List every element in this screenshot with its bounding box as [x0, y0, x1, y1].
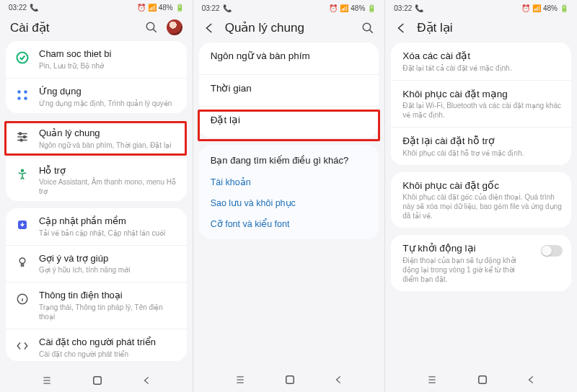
svg-point-6	[24, 97, 27, 100]
link-backup[interactable]: Sao lưu và khôi phục	[199, 192, 379, 213]
svg-point-15	[19, 258, 25, 264]
row-developer[interactable]: Cài đặt cho người phát triểnCài đặt cho …	[6, 329, 187, 361]
status-bar: 03:22📞 ⏰📶48%🔋	[0, 0, 193, 15]
row-apps[interactable]: Ứng dụngỨng dụng mặc định, Trình quản lý…	[6, 78, 187, 113]
svg-point-4	[24, 90, 27, 94]
svg-point-3	[17, 90, 21, 94]
card-options: Ngôn ngữ và bàn phím Thời gian Đặt lại	[199, 43, 379, 138]
link-font[interactable]: Cỡ font và kiểu font	[199, 213, 379, 239]
card-device: Cham soc thiet biPin, Lưu trữ, Bộ nhớ Ứn…	[6, 41, 187, 112]
card-system: Cập nhật phần mềmTải về bản cập nhật, Cậ…	[6, 208, 187, 361]
svg-rect-28	[286, 376, 294, 384]
info-icon	[14, 291, 30, 307]
nav-bar	[193, 368, 385, 392]
row-language[interactable]: Ngôn ngữ và bàn phím	[199, 43, 379, 74]
card-factory: Khôi phục cài đặt gốcKhôi phục cài đặt g…	[391, 172, 571, 228]
header: Quản lý chung	[193, 16, 385, 43]
auto-restart-toggle[interactable]	[541, 245, 563, 257]
svg-point-0	[146, 23, 154, 31]
svg-rect-32	[479, 376, 487, 384]
nav-recents[interactable]	[234, 375, 247, 385]
row-reset[interactable]: Đặt lại	[199, 106, 379, 138]
care-icon	[14, 50, 30, 66]
svg-point-23	[364, 23, 371, 31]
row-tips[interactable]: Gợi ý và trợ giúpGợi ý hữu ích, tính năn…	[6, 245, 187, 282]
row-auto-restart[interactable]: Tự khởi động lạiĐiện thoại của bạn sẽ tự…	[391, 235, 571, 291]
nav-recents[interactable]	[40, 375, 53, 386]
looking-for-label: Bạn đang tìm kiếm điều gì khác?	[199, 145, 379, 172]
card-reset-options: Xóa các cài đặtĐặt lại tất cả cài đặt về…	[391, 43, 571, 165]
page-title: Đặt lại	[417, 20, 567, 35]
row-factory-reset[interactable]: Khôi phục cài đặt gốcKhôi phục cài đặt g…	[391, 172, 571, 228]
avatar[interactable]	[167, 19, 182, 35]
nav-recents[interactable]	[426, 375, 439, 385]
row-time[interactable]: Thời gian	[199, 74, 379, 106]
sliders-icon	[14, 129, 30, 145]
card-general: Quản lý chungNgôn ngữ và bàn phím, Thời …	[6, 120, 187, 201]
screen-general-management: 03:22📞 ⏰📶48%🔋 Quản lý chung Ngôn ngữ và …	[193, 0, 385, 392]
search-icon[interactable]	[361, 22, 374, 35]
status-battery: 48%	[159, 4, 173, 12]
page-title: Quản lý chung	[225, 20, 353, 35]
apps-icon	[14, 87, 30, 103]
row-general-management[interactable]: Quản lý chungNgôn ngữ và bàn phím, Thời …	[6, 120, 187, 157]
svg-line-24	[370, 30, 373, 32]
svg-line-1	[153, 30, 156, 32]
svg-point-8	[19, 133, 22, 135]
header: Cài đặt	[0, 15, 193, 43]
status-bar: 03:22📞 ⏰📶48%🔋	[193, 0, 385, 16]
card-more: Bạn đang tìm kiếm điều gì khác? Tài khoả…	[199, 145, 379, 239]
card-autorestart: Tự khởi động lạiĐiện thoại của bạn sẽ tự…	[391, 235, 571, 291]
tips-icon	[14, 254, 30, 270]
nav-back[interactable]	[527, 373, 537, 386]
nav-home[interactable]	[476, 373, 489, 386]
nav-bar	[385, 368, 577, 392]
nav-home[interactable]	[283, 373, 296, 386]
page-title: Cài đặt	[10, 20, 136, 35]
row-accessibility[interactable]: Hỗ trợVoice Assistant, Âm thanh mono, me…	[6, 157, 187, 201]
update-icon	[14, 217, 30, 233]
code-icon	[14, 338, 30, 354]
nav-bar	[0, 368, 193, 392]
back-icon[interactable]	[395, 22, 408, 35]
svg-rect-22	[94, 376, 102, 384]
status-time: 03:22	[9, 4, 27, 12]
row-delete-settings[interactable]: Xóa các cài đặtĐặt lại tất cả cài đặt về…	[391, 43, 571, 80]
row-device-care[interactable]: Cham soc thiet biPin, Lưu trữ, Bộ nhớ	[6, 41, 187, 78]
link-accounts[interactable]: Tài khoản	[199, 172, 379, 192]
svg-point-13	[22, 169, 24, 172]
nav-home[interactable]	[91, 374, 104, 387]
accessibility-icon	[14, 166, 30, 182]
svg-point-10	[24, 135, 26, 138]
screen-settings: 03:22📞 ⏰📶48%🔋 Cài đặt Cham soc thiet biP…	[0, 0, 193, 392]
row-software-update[interactable]: Cập nhật phần mềmTải về bản cập nhật, Cậ…	[6, 208, 187, 245]
svg-point-5	[17, 97, 21, 100]
nav-back[interactable]	[334, 373, 344, 386]
search-icon[interactable]	[145, 21, 158, 34]
row-reset-network[interactable]: Khôi phục cài đặt mạngĐặt lại Wi-Fi, Blu…	[391, 80, 571, 128]
row-reset-accessibility[interactable]: Đặt lại cài đặt hỗ trợKhôi phục cài đặt …	[391, 127, 571, 165]
header: Đặt lại	[385, 16, 577, 43]
status-bar: 03:22📞 ⏰📶48%🔋	[385, 0, 577, 16]
screen-reset: 03:22📞 ⏰📶48%🔋 Đặt lại Xóa các cài đặtĐặt…	[384, 0, 577, 392]
nav-back[interactable]	[142, 374, 152, 387]
row-about-phone[interactable]: Thông tin điện thoạiTrạng thái, Thông ti…	[6, 282, 187, 329]
back-icon[interactable]	[203, 22, 216, 35]
svg-point-12	[20, 139, 22, 141]
